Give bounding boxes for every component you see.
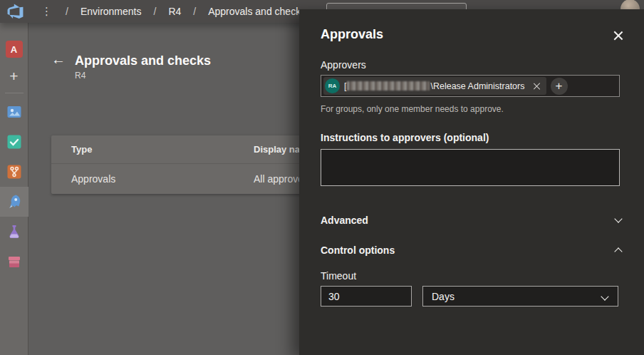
sidebar-divider <box>5 93 24 93</box>
project-avatar[interactable]: A <box>6 41 23 58</box>
chevron-up-icon <box>614 247 622 255</box>
timeout-unit-select[interactable]: Days <box>422 286 618 307</box>
chip-text-prefix: [ <box>344 81 346 91</box>
sidebar-item-test-plans[interactable] <box>0 217 28 247</box>
pipelines-rocket-icon <box>6 193 23 210</box>
advanced-section-toggle[interactable]: Advanced <box>321 214 625 230</box>
breadcrumb-r4[interactable]: R4 <box>168 6 181 17</box>
control-options-section-toggle[interactable]: Control options <box>321 244 625 259</box>
sidebar-nav <box>0 97 28 277</box>
approver-chip-text: [\Release Administrators <box>344 81 525 91</box>
more-options-kebab-icon[interactable]: ⋮ <box>41 5 51 18</box>
approvals-panel: Approvals Approvers RA [\Release Adminis… <box>299 9 644 355</box>
column-header-type: Type <box>71 135 92 164</box>
overview-icon <box>6 103 23 120</box>
add-project-item-icon[interactable]: + <box>9 68 18 85</box>
chevron-down-icon <box>601 292 608 300</box>
timeout-value-input[interactable] <box>321 286 412 307</box>
add-approver-icon[interactable]: + <box>551 78 568 95</box>
redacted-org-name <box>347 81 430 91</box>
advanced-section-label: Advanced <box>321 215 368 226</box>
timeout-label: Timeout <box>321 270 356 282</box>
sidebar-item-boards[interactable] <box>0 127 28 157</box>
approver-chip: RA [\Release Administrators <box>323 77 546 95</box>
breadcrumb-separator: / <box>193 6 196 17</box>
instructions-label: Instructions to approvers (optional) <box>321 132 489 143</box>
close-icon[interactable] <box>611 29 625 43</box>
chip-text-suffix: \Release Administrators <box>430 81 524 91</box>
instructions-textarea[interactable] <box>321 149 620 186</box>
approvers-helper-text: For groups, only one member needs to app… <box>321 104 504 114</box>
timeout-unit-value: Days <box>432 291 455 302</box>
breadcrumb-separator: / <box>66 6 68 17</box>
breadcrumb: / Environments / R4 / Approvals and chec… <box>66 6 306 17</box>
artifacts-package-icon <box>6 253 23 270</box>
remove-approver-icon[interactable] <box>532 81 542 91</box>
page-title: Approvals and checks <box>75 53 211 68</box>
approvers-label: Approvers <box>321 59 366 71</box>
boards-icon <box>6 133 23 150</box>
sidebar-item-artifacts[interactable] <box>0 247 28 277</box>
sidebar-item-pipelines[interactable] <box>0 187 28 217</box>
chevron-down-icon <box>614 215 622 222</box>
project-sidebar: A + <box>0 23 28 355</box>
azure-devops-logo-icon[interactable] <box>6 2 24 21</box>
page-subtitle: R4 <box>75 71 85 81</box>
approvers-picker-input[interactable]: RA [\Release Administrators + <box>321 75 620 97</box>
sidebar-item-overview[interactable] <box>0 97 28 127</box>
breadcrumb-environments[interactable]: Environments <box>80 6 142 17</box>
back-button[interactable]: ← <box>51 51 66 68</box>
panel-title: Approvals <box>321 27 383 42</box>
cell-type: Approvals <box>71 165 115 194</box>
control-options-section-label: Control options <box>321 245 395 256</box>
sidebar-item-repos[interactable] <box>0 157 28 187</box>
group-avatar: RA <box>325 78 340 93</box>
repos-icon <box>6 163 23 180</box>
test-plans-flask-icon <box>6 223 23 240</box>
breadcrumb-approvals-and-checks[interactable]: Approvals and checks <box>208 6 306 17</box>
breadcrumb-separator: / <box>153 6 156 17</box>
